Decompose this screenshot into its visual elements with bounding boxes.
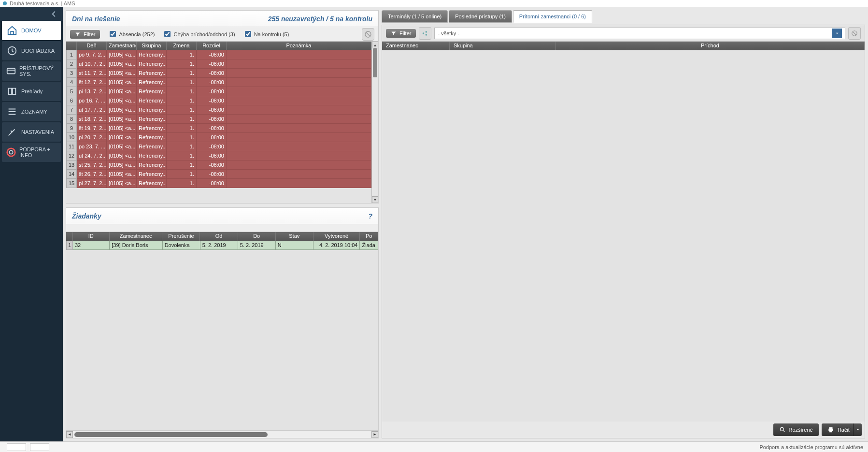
col-id[interactable]: ID (73, 232, 110, 241)
cell-den: ut 17. 7. 2... (77, 105, 107, 115)
col-rozdiel[interactable]: Rozdiel (197, 42, 227, 50)
tab-terminaly[interactable]: Terminály (1 / 5 online) (382, 10, 448, 23)
lifebuoy-icon (6, 146, 16, 159)
cell-roz: -08:00 (197, 179, 227, 188)
col-do[interactable]: Do (238, 232, 276, 241)
scroll-up-icon[interactable]: ▲ (372, 42, 378, 48)
table-row[interactable]: 11po 23. 7. ...[0105] <a...Refrencny...1… (66, 142, 371, 151)
cell-sku: Refrencny... (137, 69, 167, 78)
col-stav[interactable]: Stav (276, 232, 313, 241)
cell-den: po 23. 7. ... (77, 142, 107, 151)
sidebar-item-prehlady[interactable]: Prehľady (2, 82, 61, 101)
table-row[interactable]: 1po 9. 7. 2...[0105] <a...Refrencny...1.… (66, 50, 371, 59)
right-grid-head: Zamestnanec Skupina Príchod (382, 42, 865, 50)
grid2-hscrollbar[interactable]: ◄ ► (66, 430, 378, 438)
cell-zam: [0105] <a... (107, 133, 137, 142)
sidebar-item-label: DOMOV (21, 28, 42, 33)
cell-zme: 1. (167, 179, 197, 188)
help-button[interactable]: ? (368, 212, 372, 220)
statusbar-tab[interactable] (30, 443, 49, 451)
cell-sku: Refrencny... (137, 133, 167, 142)
sidebar-item-zoznamy[interactable]: ZOZNAMY (2, 102, 61, 121)
table-row[interactable]: 15pi 27. 7. 2...[0105] <a...Refrencny...… (66, 179, 371, 188)
table-row[interactable]: 2ut 10. 7. 2...[0105] <a...Refrencny...1… (66, 59, 371, 69)
col-poznamka[interactable]: Poznámka (227, 42, 371, 50)
col-zamestnanec[interactable]: Zamestnanec (107, 42, 137, 50)
col-rownum (66, 42, 77, 50)
svg-point-9 (780, 427, 783, 431)
clear-button[interactable] (362, 28, 374, 41)
filter-button[interactable]: Filter (70, 30, 100, 39)
right-grid-body[interactable] (382, 50, 865, 422)
table-row[interactable]: 12ut 24. 7. 2...[0105] <a...Refrencny...… (66, 151, 371, 160)
table-row[interactable]: 4št 12. 7. 2...[0105] <a...Refrencny...1… (66, 78, 371, 87)
grid-body[interactable]: 1po 9. 7. 2...[0105] <a...Refrencny...1.… (66, 50, 371, 203)
col-den[interactable]: Deň (77, 42, 107, 50)
cell-poz (227, 170, 371, 179)
col-zamestnanec[interactable]: Zamestnanec (382, 42, 450, 50)
row-number: 8 (66, 115, 77, 124)
sidebar-item-dochadzka[interactable]: DOCHÁDZKA (2, 41, 61, 60)
statusbar-tab[interactable] (7, 443, 26, 451)
table-row[interactable]: 7ut 17. 7. 2...[0105] <a...Refrencny...1… (66, 105, 371, 115)
table-row[interactable]: 13st 25. 7. 2...[0105] <a...Refrencny...… (66, 160, 371, 170)
sidebar-collapse-button[interactable] (0, 7, 63, 21)
cell-sku: Refrencny... (137, 96, 167, 105)
grid-vscrollbar[interactable]: ▲ ▼ (371, 42, 378, 203)
scroll-thumb[interactable] (74, 432, 268, 437)
sidebar-item-nastavenia[interactable]: NASTAVENIA (2, 122, 61, 142)
dropdown-caret[interactable] (832, 29, 842, 38)
col-zamestnanec[interactable]: Zamestnanec (110, 232, 162, 241)
print-button[interactable]: Tlačiť (822, 423, 856, 436)
col-skupina[interactable]: Skupina (450, 42, 556, 50)
scroll-down-icon[interactable]: ▼ (372, 196, 378, 203)
svg-point-5 (423, 32, 425, 34)
col-od[interactable]: Od (200, 232, 238, 241)
tab-pritomni-zamestnanci[interactable]: Prítomní zamestnanci (0 / 6) (513, 10, 592, 23)
sidebar-item-podpora[interactable]: PODPORA + INFO (2, 143, 61, 162)
expand-button[interactable]: Rozšírené (773, 423, 819, 436)
table-row[interactable]: 14št 26. 7. 2...[0105] <a...Refrencny...… (66, 170, 371, 179)
scroll-right-icon[interactable]: ► (371, 431, 378, 438)
group-icon-button[interactable] (419, 27, 431, 40)
print-dropdown[interactable] (853, 423, 862, 436)
right-filter-label: Filter (399, 30, 411, 36)
scroll-thumb[interactable] (373, 48, 377, 77)
cell-zam: [0105] <a... (107, 78, 137, 87)
statusbar: Podpora a aktualizácie programu sú aktív… (0, 441, 868, 452)
table-row[interactable]: 132[39] Doris BorisDovolenka5. 2. 20195.… (66, 241, 378, 250)
col-prichod[interactable]: Príchod (556, 42, 865, 50)
checkbox-na-kontrolu[interactable]: Na kontrolu (5) (245, 31, 289, 37)
group-select[interactable]: - všetky - (434, 28, 845, 39)
grid2-body[interactable]: 132[39] Doris BorisDovolenka5. 2. 20195.… (66, 241, 378, 430)
grid-ziadanky: ID Zamestnanec Prerušenie Od Do Stav Vyt… (66, 232, 378, 438)
checkbox-label: Na kontrolu (5) (254, 31, 289, 37)
table-row[interactable]: 8st 18. 7. 2...[0105] <a...Refrencny...1… (66, 115, 371, 124)
cell-den: št 26. 7. 2... (77, 170, 107, 179)
cell-zme: 1. (167, 160, 197, 170)
col-po[interactable]: Po (360, 232, 378, 241)
cell-roz: -08:00 (197, 105, 227, 115)
col-skupina[interactable]: Skupina (137, 42, 167, 50)
cell-zam: [0105] <a... (107, 151, 137, 160)
right-filter-button[interactable]: Filter (386, 29, 416, 38)
checkbox-absencia[interactable]: Absencia (252) (110, 31, 155, 37)
checkbox-chyba-prichod[interactable]: Chýba príchod/odchod (3) (164, 31, 235, 37)
table-row[interactable]: 10pi 20. 7. 2...[0105] <a...Refrencny...… (66, 133, 371, 142)
table-row[interactable]: 3st 11. 7. 2...[0105] <a...Refrencny...1… (66, 69, 371, 78)
col-vytvorene[interactable]: Vytvorené (313, 232, 360, 241)
sidebar-item-pristupovy[interactable]: PRÍSTUPOVÝ SYS. (2, 61, 61, 81)
table-row[interactable]: 9št 19. 7. 2...[0105] <a...Refrencny...1… (66, 124, 371, 133)
sidebar-item-domov[interactable]: DOMOV (2, 21, 61, 40)
cell-zme: 1. (167, 59, 197, 69)
table-row[interactable]: 5pi 13. 7. 2...[0105] <a...Refrencny...1… (66, 87, 371, 96)
table-row[interactable]: 6po 16. 7. ...[0105] <a...Refrencny...1.… (66, 96, 371, 105)
grid-dni: Deň Zamestnanec Skupina Zmena Rozdiel Po… (66, 42, 378, 203)
scroll-left-icon[interactable]: ◄ (66, 431, 73, 438)
right-clear-button[interactable] (848, 27, 861, 40)
cell-roz: -08:00 (197, 87, 227, 96)
col-prerusenie[interactable]: Prerušenie (162, 232, 200, 241)
tab-posledne-pristupy[interactable]: Posledné prístupy (1) (449, 10, 512, 23)
col-zmena[interactable]: Zmena (167, 42, 197, 50)
cell-zme: 1. (167, 87, 197, 96)
